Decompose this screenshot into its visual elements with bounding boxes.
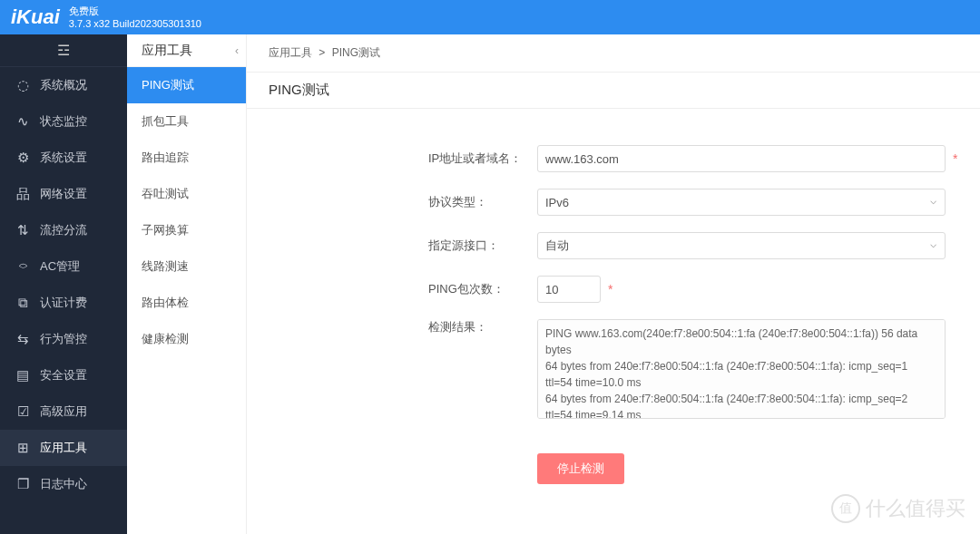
nav-app-tools-label: 应用工具 [40,440,87,456]
submenu-item-0[interactable]: PING测试 [127,67,246,103]
watermark-circle: 值 [831,494,860,523]
nav-logs[interactable]: ❐日志中心 [0,466,127,502]
breadcrumb-current: PING测试 [332,46,380,59]
nav-security-icon: ▤ [15,367,31,384]
edition-label: 免费版 [69,5,201,17]
submenu-item-4[interactable]: 子网换算 [127,212,246,248]
nav-status-monitor-label: 状态监控 [40,113,87,130]
protocol-select[interactable] [537,189,946,216]
nav-auth-billing[interactable]: ⧉认证计费 [0,285,127,321]
nav-flow-control[interactable]: ⇅流控分流 [0,212,127,248]
submenu-title: 应用工具 [142,43,192,59]
logo-main: iK [11,5,31,28]
nav-status-monitor-icon: ∿ [15,113,31,130]
nav-flow-control-label: 流控分流 [40,222,87,238]
version-block: 免费版 3.7.3 x32 Build202305301310 [69,5,201,31]
breadcrumb-parent[interactable]: 应用工具 [269,46,312,59]
ping-count-input[interactable] [537,276,601,303]
required-marker: * [953,151,957,166]
nav-behavior-icon: ⇆ [15,331,31,347]
nav-auth-billing-label: 认证计费 [40,295,87,311]
nav-ac-management-label: AC管理 [40,258,80,275]
submenu-item-7[interactable]: 健康检测 [127,321,246,357]
nav-auth-billing-icon: ⧉ [15,295,31,311]
breadcrumb: 应用工具 > PING测试 [247,34,980,73]
required-marker: * [608,282,612,296]
submenu-item-2[interactable]: 路由追踪 [127,140,246,176]
nav-ac-management-icon: ⌔ [15,258,31,275]
source-interface-label: 指定源接口： [428,238,537,254]
form-area: IP地址或者域名： * 协议类型： 指定源接口： PING包次数： * [247,109,980,502]
source-interface-select[interactable] [537,232,946,259]
submenu-title-row: 应用工具 ‹ [127,34,246,67]
nav-security-label: 安全设置 [40,367,87,384]
result-label: 检测结果： [428,319,537,335]
sidebar-primary: ☲ ◌系统概况∿状态监控⚙系统设置品网络设置⇅流控分流⌔AC管理⧉认证计费⇆行为… [0,34,127,534]
nav-system-overview-icon: ◌ [15,77,31,93]
submenu-item-5[interactable]: 线路测速 [127,248,246,285]
nav-network-settings[interactable]: 品网络设置 [0,176,127,212]
nav-flow-control-icon: ⇅ [15,222,31,238]
domain-label: IP地址或者域名： [428,150,537,167]
submenu-item-3[interactable]: 吞吐测试 [127,176,246,212]
app-logo: iKuai [11,5,60,29]
nav-network-settings-icon: 品 [15,186,31,202]
nav-app-tools-icon: ⊞ [15,440,31,456]
version-label: 3.7.3 x32 Build202305301310 [69,17,201,30]
sidebar-toggle[interactable]: ☲ [0,34,127,67]
page-title: PING测试 [247,73,980,109]
stop-button[interactable]: 停止检测 [537,453,624,484]
chevron-left-icon[interactable]: ‹ [235,44,239,57]
ping-count-label: PING包次数： [428,281,537,297]
nav-advanced-icon: ☑ [15,403,31,420]
nav-advanced-label: 高级应用 [40,403,87,420]
nav-ac-management[interactable]: ⌔AC管理 [0,248,127,285]
logo-rest: uai [31,5,60,28]
submenu-item-6[interactable]: 路由体检 [127,285,246,321]
app-header: iKuai 免费版 3.7.3 x32 Build202305301310 [0,0,980,34]
submenu-item-1[interactable]: 抓包工具 [127,103,246,140]
nav-system-settings-icon: ⚙ [15,150,31,166]
nav-behavior-label: 行为管控 [40,331,87,347]
nav-logs-label: 日志中心 [40,476,87,492]
watermark-text: 什么值得买 [866,495,965,522]
nav-status-monitor[interactable]: ∿状态监控 [0,103,127,140]
protocol-label: 协议类型： [428,194,537,210]
nav-network-settings-label: 网络设置 [40,186,87,202]
result-output[interactable]: PING www.163.com(240e:f7:8e00:504::1:fa … [537,319,946,419]
nav-behavior[interactable]: ⇆行为管控 [0,321,127,357]
domain-input[interactable] [537,145,946,172]
hamburger-icon: ☲ [57,42,70,59]
nav-system-settings-label: 系统设置 [40,150,87,166]
nav-advanced[interactable]: ☑高级应用 [0,393,127,430]
content-area: 应用工具 > PING测试 PING测试 IP地址或者域名： * 协议类型： 指… [247,34,980,534]
nav-system-settings[interactable]: ⚙系统设置 [0,140,127,176]
nav-app-tools[interactable]: ⊞应用工具 [0,430,127,466]
nav-system-overview[interactable]: ◌系统概况 [0,67,127,103]
watermark: 值 什么值得买 [831,494,965,523]
nav-logs-icon: ❐ [15,476,31,492]
nav-system-overview-label: 系统概况 [40,77,87,93]
sidebar-secondary: 应用工具 ‹ PING测试抓包工具路由追踪吞吐测试子网换算线路测速路由体检健康检… [127,34,247,534]
breadcrumb-sep: > [318,46,325,59]
nav-security[interactable]: ▤安全设置 [0,357,127,393]
